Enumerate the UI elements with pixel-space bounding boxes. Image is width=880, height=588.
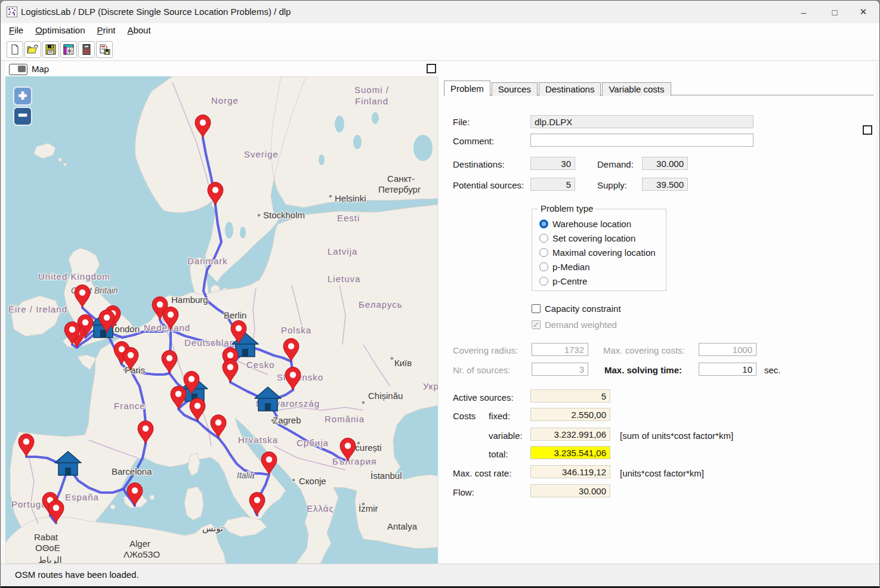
menu-print[interactable]: Print [91, 23, 122, 37]
map-canvas[interactable]: NorgeSuomi /FinlandSverigeСанкт-Петербур… [5, 76, 438, 564]
map-label: España [65, 492, 99, 502]
report-save-icon [99, 44, 110, 55]
optimise-button[interactable] [78, 41, 95, 58]
radio-icon[interactable] [539, 248, 548, 257]
radio-p-centre[interactable]: p-Centre [539, 275, 587, 287]
map-label: България [332, 456, 376, 466]
map-label: Polska [281, 325, 311, 335]
zoom-in-glyph: + [19, 88, 27, 103]
open-file-button[interactable] [24, 41, 41, 58]
map-label: United Kingdom [38, 271, 110, 281]
demand-weighted-checkbox: ✓ [532, 320, 541, 329]
radio-warehouse-location[interactable]: Warehouse location [539, 218, 631, 230]
tab-bar: ProblemSourcesDestinationsVariable costs [444, 80, 873, 95]
file-field: dlp.DLPX [530, 115, 754, 128]
radio-maximal-covering-location[interactable]: Maximal covering location [539, 246, 656, 258]
map-label: Paris [125, 365, 145, 375]
map-label: România [325, 414, 365, 424]
tab-sources[interactable]: Sources [492, 82, 538, 96]
map-label: Éire / Ireland [8, 304, 67, 314]
new-file-button[interactable] [7, 41, 23, 58]
map-maximize-icon[interactable] [427, 64, 436, 73]
map-visibility-toggle[interactable] [9, 64, 27, 75]
map-label: Finland [355, 96, 388, 106]
map-label: Ελλάς [307, 503, 334, 513]
map-label: Беларусь [359, 299, 403, 310]
map-label: Укра [423, 381, 438, 391]
costs-total-label: total: [489, 449, 508, 459]
max-covering-costs-label: Max. covering costs: [603, 345, 685, 355]
costs-variable-label: variable: [489, 431, 523, 441]
problem-panel: ProblemSourcesDestinationsVariable costs… [439, 62, 876, 565]
map-label: Barcelona [112, 466, 152, 476]
nr-sources-input[interactable] [532, 363, 588, 376]
status-text: OSM routes have been loaded. [15, 570, 139, 580]
demand-label: Demand: [597, 159, 634, 169]
max-cost-rate-note: [units*cost factor*km] [620, 468, 704, 478]
menu-about[interactable]: About [121, 23, 156, 37]
radio-icon[interactable] [539, 277, 548, 286]
supply-label: Supply: [597, 180, 627, 190]
map-panel-label: Map [32, 64, 49, 74]
demand-field: 30.000 [642, 157, 688, 170]
tab-destinations[interactable]: Destinations [539, 82, 601, 96]
potential-sources-field: 5 [530, 178, 575, 191]
save-file-button[interactable] [42, 41, 59, 58]
radio-label: Warehouse location [552, 219, 631, 229]
close-button[interactable]: ✕ [850, 1, 877, 23]
status-bar: OSM routes have been loaded. [1, 564, 879, 586]
costs-fixed-label: fixed: [489, 411, 510, 421]
problem-type-legend: Problem type [538, 203, 595, 213]
variable-note: [sum of units*cost factor*km] [620, 431, 733, 441]
radio-p-median[interactable]: p-Median [539, 261, 590, 273]
file-label: File: [453, 117, 470, 127]
capacity-constraint-checkbox[interactable] [532, 304, 541, 313]
tab-problem[interactable]: Problem [444, 81, 490, 97]
blank-page-icon [10, 44, 20, 55]
map-label: Antalya [387, 521, 418, 531]
radio-selected-icon[interactable] [539, 219, 548, 228]
city-dot [257, 213, 261, 217]
comment-input[interactable] [530, 134, 754, 147]
map-label: Санкт- [387, 174, 415, 184]
app-window: LogisticsLab / DLP (Discrete Single Sour… [0, 0, 880, 588]
city-dot [390, 357, 394, 360]
tab-variable-costs[interactable]: Variable costs [602, 82, 671, 96]
supply-field: 39.500 [642, 178, 688, 191]
app-icon [7, 7, 17, 17]
map-label: Stockholm [263, 210, 305, 220]
max-solving-time-input[interactable] [699, 363, 757, 376]
radio-label: Set covering location [552, 233, 635, 243]
map-header: Map [5, 62, 438, 76]
panel-maximize-icon[interactable] [863, 125, 872, 135]
minimize-button[interactable]: – [790, 1, 817, 23]
map-label: تونس [202, 523, 223, 534]
map-window-button[interactable] [60, 41, 77, 58]
costs-label: Costs [453, 411, 475, 421]
window-title: LogisticsLab / DLP (Discrete Single Sour… [21, 7, 291, 17]
maximize-button[interactable]: □ [821, 1, 848, 23]
calculator-icon [82, 44, 91, 55]
max-cost-rate-label: Max. cost rate: [453, 468, 511, 478]
radio-icon[interactable] [539, 234, 548, 243]
radio-set-covering-location[interactable]: Set covering location [539, 232, 635, 244]
menu-optimisation[interactable]: Optimisation [29, 23, 91, 37]
radio-label: p-Median [552, 262, 590, 272]
max-cost-rate-field: 346.119,12 [530, 465, 610, 478]
menu-file[interactable]: File [3, 23, 29, 37]
map-container: NorgeSuomi /FinlandSverigeСанкт-Петербур… [5, 76, 438, 564]
active-sources-field: 5 [530, 389, 610, 403]
map-label: Italia [237, 471, 255, 480]
map-label: Norge [211, 95, 239, 106]
map-label: Rabat [34, 532, 58, 542]
map-label: Alger [129, 539, 150, 549]
max-covering-costs-input[interactable] [699, 343, 757, 356]
covering-radius-input[interactable] [532, 343, 588, 356]
diskette-icon [45, 44, 56, 55]
map-window-icon [63, 44, 74, 55]
export-report-button[interactable] [96, 41, 113, 58]
covering-radius-label: Covering radius: [453, 345, 518, 355]
radio-icon[interactable] [539, 262, 548, 271]
map-label: France [114, 401, 146, 411]
map-label: Петербург [378, 184, 421, 194]
